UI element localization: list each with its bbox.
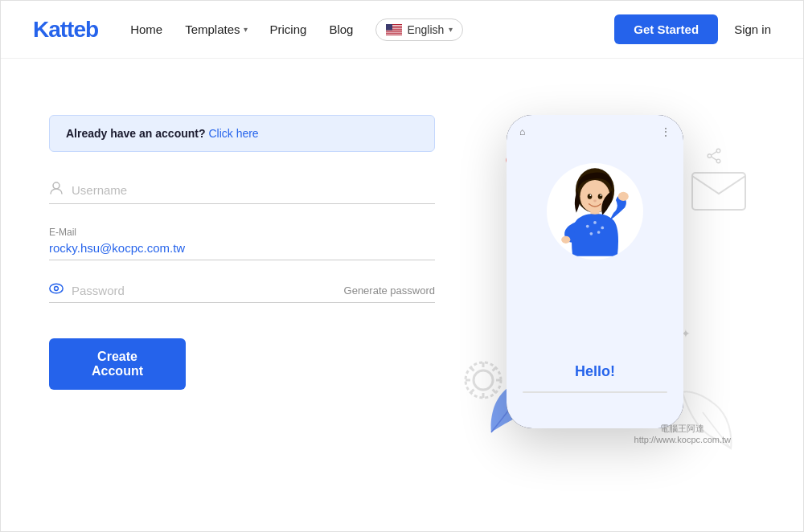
svg-point-16 bbox=[55, 287, 59, 291]
phone-screen: ⌂ ⋮ bbox=[507, 115, 683, 428]
password-row: Generate password bbox=[49, 283, 435, 303]
watermark-line1: 電腦王阿達 bbox=[634, 423, 731, 435]
already-account-banner: Already have an account? Click here bbox=[49, 115, 435, 152]
navbar: Katteb Home Templates ▾ Pricing Blog bbox=[1, 1, 803, 59]
watermark: 電腦王阿達 http://www.kocpc.com.tw bbox=[634, 423, 731, 444]
generate-password-link[interactable]: Generate password bbox=[344, 284, 435, 297]
svg-point-39 bbox=[593, 200, 597, 203]
navbar-actions: Get Started Sign in bbox=[614, 14, 771, 44]
svg-rect-11 bbox=[386, 33, 402, 34]
nav-blog[interactable]: Blog bbox=[329, 23, 353, 36]
email-input-wrapper bbox=[49, 241, 435, 260]
templates-chevron-icon: ▾ bbox=[244, 25, 248, 34]
svg-rect-12 bbox=[386, 34, 402, 35]
phone-menu-icon: ⋮ bbox=[661, 126, 671, 137]
svg-point-35 bbox=[588, 194, 593, 199]
password-group: Generate password bbox=[49, 283, 435, 303]
watermark-line2: http://www.kocpc.com.tw bbox=[634, 435, 731, 444]
svg-rect-9 bbox=[386, 31, 402, 32]
svg-rect-13 bbox=[386, 24, 392, 31]
svg-point-29 bbox=[593, 221, 597, 224]
sign-in-button[interactable]: Sign in bbox=[734, 23, 771, 36]
svg-point-31 bbox=[590, 232, 593, 235]
phone-body: ⌂ ⋮ bbox=[507, 115, 683, 428]
create-account-button[interactable]: Create Account bbox=[49, 338, 186, 390]
svg-rect-10 bbox=[386, 32, 402, 33]
svg-point-32 bbox=[597, 231, 601, 234]
nav-home[interactable]: Home bbox=[130, 23, 162, 36]
email-group: E-Mail bbox=[49, 227, 435, 260]
character-svg bbox=[551, 163, 639, 260]
phone-container: ⌂ ⋮ bbox=[466, 115, 724, 452]
password-left bbox=[49, 283, 344, 297]
language-chevron-icon: ▾ bbox=[449, 25, 453, 34]
svg-point-36 bbox=[598, 194, 603, 199]
main-content: Already have an account? Click here bbox=[1, 59, 803, 525]
form-section: Already have an account? Click here bbox=[49, 107, 435, 390]
svg-rect-8 bbox=[386, 31, 402, 31]
nav-pricing[interactable]: Pricing bbox=[270, 23, 307, 36]
svg-point-14 bbox=[53, 182, 59, 189]
svg-rect-7 bbox=[386, 30, 402, 31]
nav-links: Home Templates ▾ Pricing Blog bbox=[130, 18, 614, 41]
password-input[interactable] bbox=[72, 284, 344, 297]
svg-point-34 bbox=[561, 236, 570, 243]
svg-point-15 bbox=[50, 284, 63, 293]
svg-point-37 bbox=[590, 194, 592, 196]
eye-icon[interactable] bbox=[49, 283, 64, 297]
svg-point-38 bbox=[601, 194, 602, 196]
click-here-link[interactable]: Click here bbox=[208, 127, 258, 140]
svg-point-30 bbox=[601, 227, 604, 230]
nav-templates[interactable]: Templates ▾ bbox=[185, 23, 247, 36]
user-icon bbox=[49, 181, 64, 198]
phone-home-icon: ⌂ bbox=[519, 126, 525, 137]
language-selector[interactable]: English ▾ bbox=[375, 18, 463, 41]
character-circle bbox=[547, 163, 643, 260]
phone-screen-header: ⌂ ⋮ bbox=[507, 126, 683, 137]
username-input-wrapper bbox=[49, 181, 435, 204]
illustration-section: 📍 bbox=[435, 107, 755, 460]
get-started-button[interactable]: Get Started bbox=[614, 14, 718, 44]
username-input[interactable] bbox=[72, 183, 435, 197]
phone-line bbox=[523, 391, 667, 393]
page-wrapper: Katteb Home Templates ▾ Pricing Blog bbox=[0, 0, 804, 532]
email-input[interactable] bbox=[49, 241, 435, 255]
hello-text: Hello! bbox=[575, 363, 615, 380]
brand-logo[interactable]: Katteb bbox=[33, 17, 98, 43]
svg-point-28 bbox=[586, 225, 589, 228]
svg-point-33 bbox=[618, 192, 629, 201]
username-group bbox=[49, 181, 435, 204]
us-flag-icon bbox=[386, 24, 402, 35]
email-label: E-Mail bbox=[49, 227, 435, 238]
